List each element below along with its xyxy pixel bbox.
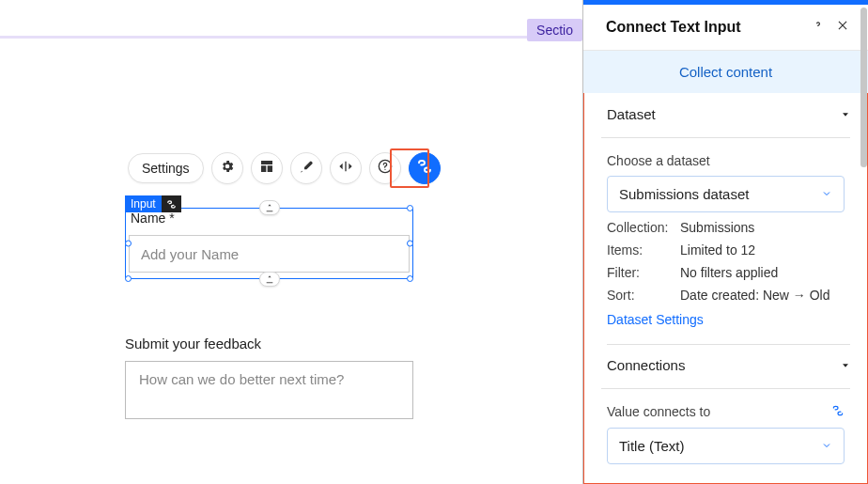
connect-panel: Connect Text Input Collect content Datas… [582,0,868,484]
dataset-collection-row: Collection: Submissions [607,220,845,235]
stretch-icon [338,159,353,178]
dataset-section-title: Dataset [607,106,656,122]
collect-content-banner[interactable]: Collect content [583,51,868,93]
connect-data-button[interactable] [409,152,441,184]
section-divider [0,36,582,39]
settings-button[interactable]: Settings [128,153,204,183]
dataset-section-header[interactable]: Dataset [584,93,867,133]
dataset-dropdown-value: Submissions dataset [619,186,749,202]
animation-button[interactable] [290,152,322,184]
value-field-dropdown[interactable]: Title (Text) [607,428,845,464]
sort-key: Sort: [607,288,680,303]
chevron-down-icon [841,357,850,373]
panel-scrollbar-thumb[interactable] [860,8,867,167]
brush-icon [299,159,314,178]
help-button[interactable] [369,152,401,184]
connect-data-badge-icon [162,195,181,212]
panel-close-button[interactable] [830,15,855,39]
close-icon [836,19,849,36]
swap-connection-button[interactable] [831,404,845,420]
feedback-field-label: Submit your feedback [125,336,261,351]
gear-icon [220,159,235,178]
panel-header: Connect Text Input [583,5,868,51]
element-toolbar: Settings [128,152,441,188]
value-connects-text: Value connects to [607,404,710,420]
element-badge-label: Input [125,195,162,212]
panel-body: Dataset Choose a dataset Submissions dat… [583,93,868,484]
swap-icon [831,405,845,420]
question-icon [812,19,825,36]
connections-section-title: Connections [607,357,685,373]
value-field-dropdown-value: Title (Text) [619,438,684,454]
filter-value: No filters applied [680,265,845,280]
layout-button[interactable] [251,152,283,184]
chevron-down-icon [821,186,832,202]
connect-data-icon [416,158,433,179]
editor-canvas: Sectio Settings [0,0,582,484]
items-value: Limited to 12 [680,242,845,258]
name-field-input[interactable]: Add your Name [129,235,410,273]
dataset-filter-row: Filter: No filters applied [607,265,845,280]
feedback-field-input[interactable]: How can we do better next time? [125,361,413,419]
dataset-sort-row: Sort: Date created: New → Old [607,288,845,303]
collection-value: Submissions [680,220,845,235]
dataset-settings-link[interactable]: Dataset Settings [607,312,845,327]
panel-help-button[interactable] [806,15,830,39]
chevron-down-icon [821,438,832,454]
dataset-items-row: Items: Limited to 12 [607,242,845,258]
dataset-section-body: Choose a dataset Submissions dataset Col… [584,138,867,335]
choose-dataset-label: Choose a dataset [607,153,845,168]
stretch-button[interactable] [330,152,362,184]
collection-key: Collection: [607,220,680,235]
design-button[interactable] [211,152,243,184]
layout-icon [259,159,274,178]
connections-section-body: Value connects to Title (Text) [584,389,867,472]
panel-scrollbar[interactable] [860,6,867,484]
connections-section-header[interactable]: Connections [584,344,867,384]
items-key: Items: [607,242,680,258]
name-input-element[interactable]: Name * Add your Name [125,208,413,279]
element-badge: Input [125,195,181,212]
dataset-dropdown[interactable]: Submissions dataset [607,176,845,212]
filter-key: Filter: [607,265,680,280]
panel-title: Connect Text Input [606,19,806,36]
value-connects-label: Value connects to [607,404,845,420]
question-icon [378,159,393,178]
stretch-handle-bottom[interactable] [259,272,280,287]
section-tag[interactable]: Sectio [527,19,582,41]
sort-value: Date created: New → Old [680,288,845,303]
chevron-down-icon [841,106,850,122]
